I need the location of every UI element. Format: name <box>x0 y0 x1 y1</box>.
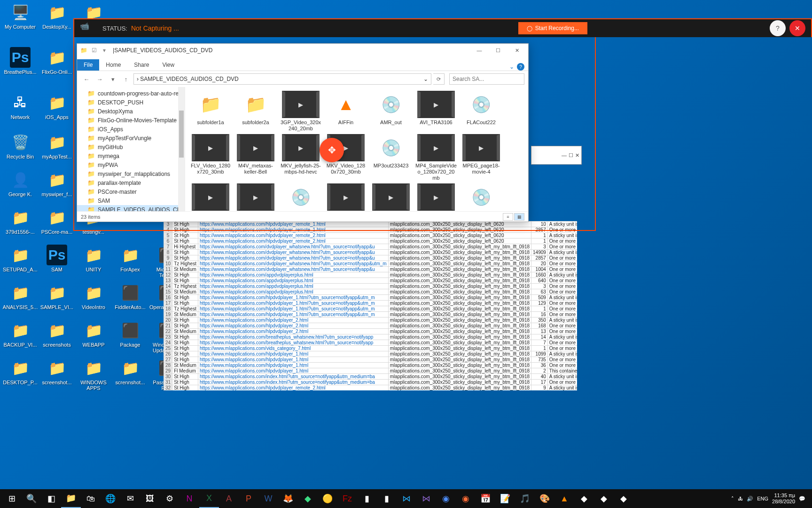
app-icon-3[interactable]: ◆ <box>614 489 633 508</box>
app-icon[interactable]: ◆ <box>574 489 594 508</box>
recent-locations-icon[interactable]: ▾ <box>107 73 118 85</box>
details-view-button[interactable]: ≡ <box>503 213 513 221</box>
table-row[interactable]: 19St Mediumhttps://www.mlapplications.co… <box>164 312 578 318</box>
word-icon[interactable]: W <box>258 489 278 508</box>
items-view[interactable]: 📁subfolder1a📁subfolder2a3GP_Video_320x24… <box>185 87 528 211</box>
file-item[interactable]: AVI_TRA3106 <box>415 91 457 131</box>
table-row[interactable]: 18Tz Highesthttps://www.mlapplications.c… <box>164 306 578 312</box>
file-item[interactable] <box>280 183 321 211</box>
maximize-button[interactable]: ☐ <box>489 44 508 56</box>
desktop-icon[interactable]: 📁UNITY <box>75 245 112 272</box>
help-icon[interactable]: ? <box>517 63 524 71</box>
file-item[interactable]: FLV_Video_1280x720_30mb <box>190 134 231 181</box>
visual-studio-icon[interactable]: ⋈ <box>416 489 436 508</box>
table-row[interactable]: 12St Highhttps://www.mlapplications.com/… <box>164 272 578 278</box>
task-view-icon[interactable]: ◧ <box>41 489 61 508</box>
table-row[interactable]: 17St Highhttps://www.mlapplications.com/… <box>164 301 578 306</box>
clock[interactable]: 11:35 πμ 28/8/2020 <box>772 492 795 505</box>
table-row[interactable]: 23St Highhttps://www.mlapplications.com/… <box>164 334 578 340</box>
close-recorder-button[interactable]: ✕ <box>789 20 805 36</box>
table-row[interactable]: 31St Highhttps://www.mlapplications.com/… <box>164 380 578 385</box>
desktop-icon[interactable]: 📁DesktopXy... <box>39 2 75 30</box>
file-item[interactable]: 📁subfolder1a <box>190 91 231 131</box>
desktop-icon[interactable]: 📁SAMPLE_VI... <box>39 282 75 310</box>
table-row[interactable]: 7Hi Highesthttps://www.mlapplications.co… <box>164 244 578 250</box>
file-item[interactable]: FLACout222 <box>461 91 502 131</box>
edge-icon[interactable]: 🌐 <box>101 489 120 508</box>
ribbon-tab-home[interactable]: Home <box>99 59 127 71</box>
excel-spreadsheet[interactable]: 3St Highhttps://www.mlapplications.com/h… <box>164 221 577 390</box>
start-recording-button[interactable]: Start Recording... <box>518 22 587 34</box>
desktop-icon[interactable]: 📁SETUPAD_A... <box>2 245 39 272</box>
qat-icon[interactable]: ☑ <box>89 46 99 55</box>
desktop-icon[interactable]: 📁WEBAPP <box>75 320 112 348</box>
table-row[interactable]: 21St Highhttps://www.mlapplications.com/… <box>164 323 578 329</box>
tree-item[interactable]: DESKTOP_PUSH <box>77 98 185 107</box>
file-item[interactable] <box>461 183 502 211</box>
file-item[interactable]: MPEG_page18-movie-4 <box>461 134 502 181</box>
table-row[interactable]: 4St Highhttps://www.mlapplications.com/h… <box>164 227 578 233</box>
icons-view-button[interactable]: ▦ <box>514 213 524 221</box>
desktop-icon[interactable]: 📁scrennshot... <box>112 357 148 385</box>
desktop-icon[interactable]: 📁BACKUP_VI... <box>2 320 39 348</box>
desktop-icon[interactable]: 🗑️Recycle Bin <box>2 132 39 159</box>
table-row[interactable]: 9St Highhttps://www.mlapplications.com/d… <box>164 255 578 261</box>
onenote-icon[interactable]: N <box>180 489 199 508</box>
language-indicator[interactable]: ENG <box>757 496 768 501</box>
ribbon-tab-share[interactable]: Share <box>127 59 156 71</box>
desktop-icon[interactable]: PsBreathePlus... <box>2 47 39 75</box>
table-row[interactable]: 20St Highhttps://www.mlapplications.com/… <box>164 318 578 323</box>
desktop-icon[interactable]: 📁PSCore-ma... <box>39 207 75 235</box>
ribbon-tab-file[interactable]: File <box>77 59 99 71</box>
search-input[interactable] <box>449 73 524 85</box>
terminal2-icon[interactable]: ▮ <box>377 489 397 508</box>
breadcrumb[interactable]: › SAMPLE_VIDEOS_AUDIOS_CD_DVD⌄ <box>133 73 431 85</box>
titlebar[interactable]: 📁 ☑ ▾ | SAMPLE_VIDEOS_AUDIOS_CD_DVD — ☐ … <box>77 44 528 57</box>
file-item[interactable]: MPG_metaxas-keller-Bell <box>190 183 231 211</box>
desktop-icon[interactable]: 📁DESKTOP_P... <box>2 357 39 385</box>
table-row[interactable]: 29Fl Mediumhttps://www.mlapplications.co… <box>164 368 578 374</box>
settings-icon[interactable]: ⚙ <box>160 489 180 508</box>
file-item[interactable] <box>415 183 457 211</box>
file-item[interactable]: MP3out233423 <box>370 134 412 181</box>
tree-scrollbar[interactable] <box>178 87 185 211</box>
system-tray[interactable]: ˄ 🖧 🔊 ENG 11:35 πμ 28/8/2020 💬 <box>726 492 810 505</box>
ribbon-tab-view[interactable]: View <box>156 59 181 71</box>
table-row[interactable]: 15St Mediumhttps://www.mlapplications.co… <box>164 289 578 295</box>
tree-item[interactable]: iOS_Apps <box>77 125 185 134</box>
table-row[interactable]: 22St Mediumhttps://www.mlapplications.co… <box>164 329 578 334</box>
table-row[interactable]: 6St Highhttps://www.mlapplications.com/h… <box>164 238 578 244</box>
desktop-icon[interactable]: 📁myAppTest... <box>39 132 75 159</box>
notes-icon[interactable]: 📝 <box>495 489 515 508</box>
file-item[interactable]: MTS_dolbycanyon <box>235 183 276 211</box>
tree-item[interactable]: SAMPLE_VIDEOS_AUDIOS_CD_DVD <box>77 205 185 211</box>
desktop-icon[interactable]: 📁WINDOWS APPS <box>75 357 112 391</box>
tree-item[interactable]: SAM <box>77 196 185 205</box>
file-item[interactable]: 📁subfolder2a <box>235 91 276 131</box>
tree-item[interactable]: myAppTestForVungle <box>77 134 185 143</box>
qat-dropdown-icon[interactable]: ▾ <box>100 46 109 55</box>
table-row[interactable]: 3St Highhttps://www.mlapplications.com/h… <box>164 222 578 227</box>
store-icon[interactable]: 🛍 <box>81 489 101 508</box>
desktop-icon[interactable]: 📁ForApex <box>112 245 148 272</box>
chrome-icon[interactable]: 🟡 <box>318 489 337 508</box>
desktop-icon[interactable]: 📁iOS_Apps <box>39 92 75 120</box>
android-studio-icon[interactable]: ◆ <box>298 489 318 508</box>
table-row[interactable]: 27St Highhttps://www.mlapplications.com/… <box>164 357 578 363</box>
access-icon[interactable]: A <box>219 489 239 508</box>
table-row[interactable]: 32St Highhttps://www.mlapplications.com/… <box>164 385 578 391</box>
help-button[interactable]: ? <box>770 20 786 36</box>
navigation-tree[interactable]: countdown-progress-bar-auto-refresherDES… <box>77 87 185 211</box>
tree-item[interactable]: mymega <box>77 151 185 160</box>
terminal-icon[interactable]: ▮ <box>357 489 377 508</box>
table-row[interactable]: 30St Highhttps://www.mlapplications.com/… <box>164 374 578 380</box>
file-item[interactable]: MKV_jellyfish-25-mbps-hd-hevc <box>280 134 321 181</box>
file-item[interactable]: M4V_metaxas-keller-Bell <box>235 134 276 181</box>
move-handle-icon[interactable]: ✥ <box>320 138 344 162</box>
up-button[interactable]: ↑ <box>120 73 132 85</box>
tree-item[interactable]: myswiper_for_mlapplications <box>77 169 185 178</box>
file-item[interactable]: AMR_out <box>370 91 412 131</box>
desktop-icon[interactable]: 🖥️My Computer <box>2 2 39 30</box>
file-explorer-taskbar-icon[interactable]: 📁 <box>61 489 81 508</box>
file-item[interactable] <box>325 183 367 211</box>
